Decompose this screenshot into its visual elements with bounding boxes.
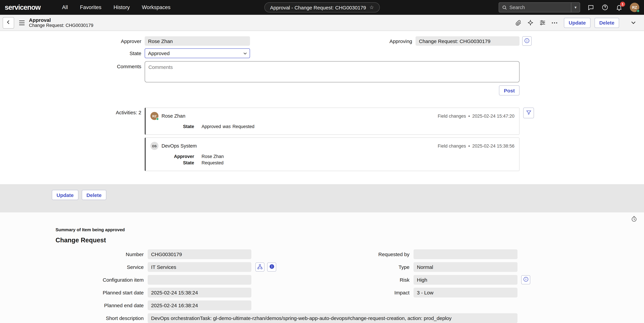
type-field: Normal bbox=[414, 262, 518, 272]
activity-entry: DS DevOps System Field changes • 2025-02… bbox=[145, 137, 520, 171]
help-icon[interactable] bbox=[602, 4, 608, 11]
changed-field-name: State bbox=[150, 123, 194, 130]
summary-title: Change Request bbox=[56, 237, 644, 244]
top-header: servicenow All Favorites History Workspa… bbox=[0, 0, 644, 15]
favorite-star-icon[interactable]: ☆ bbox=[370, 4, 374, 10]
search-input[interactable] bbox=[510, 5, 571, 10]
approving-preview-button[interactable] bbox=[522, 36, 532, 46]
planned-end-date-field: 2025-02-24 16:38:24 bbox=[148, 301, 251, 310]
servicenow-logo[interactable]: servicenow bbox=[5, 3, 40, 11]
activity-timestamp: 2025-02-24 15:38:56 bbox=[472, 143, 514, 148]
state-label: State bbox=[0, 50, 141, 56]
activity-meta: Field changes • 2025-02-24 15:38:56 bbox=[438, 143, 514, 148]
number-field: CHG0030179 bbox=[148, 249, 251, 259]
servicenow-app: servicenow All Favorites History Workspa… bbox=[0, 0, 644, 323]
personalize-form-sliders-icon[interactable] bbox=[537, 18, 548, 28]
nav-workspaces[interactable]: Workspaces bbox=[142, 4, 170, 10]
update-button[interactable]: Update bbox=[564, 18, 590, 28]
service-field: IT Services bbox=[148, 262, 251, 272]
context-pill[interactable]: Approval - Change Request: CHG0030179 ☆ bbox=[264, 2, 380, 12]
approving-field: Change Request: CHG0030179 bbox=[416, 36, 520, 46]
record-title: Approval bbox=[29, 17, 93, 23]
changed-field-value: Rose Zhan bbox=[202, 153, 224, 160]
chat-icon[interactable] bbox=[588, 4, 594, 11]
requested-by-field bbox=[414, 249, 518, 259]
activity-avatar: DS bbox=[150, 142, 158, 150]
form-footer-actions: Update Delete bbox=[0, 184, 644, 212]
approved-item-summary: Summary of Item being approved Change Re… bbox=[0, 212, 644, 323]
changed-field-value: ApprovedwasRequested bbox=[202, 123, 254, 130]
form-timer-clock-icon[interactable] bbox=[631, 216, 637, 222]
scroll-down-icon[interactable] bbox=[628, 18, 638, 28]
nav-favorites[interactable]: Favorites bbox=[80, 4, 102, 10]
impact-field: 3 - Low bbox=[414, 288, 518, 298]
header-actions: ▾ 1 RZ bbox=[499, 2, 639, 12]
attachment-paperclip-icon[interactable] bbox=[513, 18, 524, 28]
changed-field-value: Requested bbox=[202, 160, 224, 166]
presence-indicator bbox=[156, 118, 159, 120]
dependency-map-icon bbox=[257, 264, 263, 270]
configuration-item-label: Configuration item bbox=[0, 277, 144, 283]
changed-field-name: Approver bbox=[150, 153, 194, 160]
delete-button[interactable]: Delete bbox=[594, 18, 619, 28]
nav-all[interactable]: All bbox=[62, 4, 68, 10]
service-dependency-view-button[interactable] bbox=[256, 263, 264, 272]
context-menu-icon[interactable] bbox=[19, 20, 25, 25]
state-select[interactable]: Approved bbox=[145, 48, 250, 58]
risk-label: Risk bbox=[356, 277, 410, 283]
changed-field-name: State bbox=[150, 160, 194, 166]
chevron-left-icon bbox=[6, 19, 11, 26]
activities-count-label: Activities: 2 bbox=[0, 108, 141, 115]
info-circle-icon bbox=[524, 37, 530, 44]
planned-end-date-label: Planned end date bbox=[0, 303, 144, 308]
activity-meta: Field changes • 2025-02-24 15:47:20 bbox=[438, 113, 514, 118]
notifications-bell-icon[interactable]: 1 bbox=[616, 4, 622, 11]
approver-field: Rose Zhan bbox=[145, 36, 250, 46]
approving-label: Approving bbox=[362, 38, 412, 44]
record-toolbar: Approval Change Request: CHG0030179 ⋯ Up… bbox=[0, 15, 644, 31]
update-button-bottom[interactable]: Update bbox=[52, 190, 78, 200]
nav-history[interactable]: History bbox=[114, 4, 130, 10]
impact-label: Impact bbox=[356, 290, 410, 296]
comments-textarea[interactable] bbox=[145, 61, 520, 82]
back-button[interactable] bbox=[3, 17, 14, 28]
post-button[interactable]: Post bbox=[499, 85, 520, 95]
activity-author: DevOps System bbox=[162, 143, 197, 149]
activity-filter-button[interactable] bbox=[523, 108, 534, 118]
info-circle-filled-icon bbox=[269, 264, 275, 271]
activity-author: Rose Zhan bbox=[162, 113, 186, 119]
presence-indicator bbox=[636, 9, 640, 12]
number-label: Number bbox=[0, 251, 144, 257]
planned-start-date-label: Planned start date bbox=[0, 290, 144, 296]
search-scope-caret-icon[interactable]: ▾ bbox=[571, 3, 580, 12]
requested-by-label: Requested by bbox=[356, 251, 410, 257]
record-title-block: Approval Change Request: CHG0030179 bbox=[29, 17, 93, 28]
service-preview-button[interactable] bbox=[267, 263, 276, 272]
ai-spark-icon[interactable] bbox=[525, 18, 536, 28]
activity-entry: RZ Rose Zhan Field changes • 2025-02-24 … bbox=[145, 108, 520, 135]
comments-label: Comments bbox=[0, 61, 141, 69]
avatar-initials: RZ bbox=[632, 5, 637, 9]
risk-field: High bbox=[414, 275, 518, 285]
global-nav: All Favorites History Workspaces bbox=[62, 4, 170, 10]
delete-button-bottom[interactable]: Delete bbox=[82, 190, 106, 200]
approval-form: Approver Rose Zhan Approving Change Requ… bbox=[0, 31, 644, 184]
toolbar-actions: ⋯ Update Delete bbox=[513, 18, 638, 28]
risk-info-button[interactable] bbox=[521, 275, 530, 284]
search-box: ▾ bbox=[499, 2, 580, 12]
short-description-label: Short description bbox=[0, 315, 144, 321]
search-icon bbox=[502, 5, 507, 10]
planned-start-date-field: 2025-02-24 15:38:24 bbox=[148, 288, 251, 298]
user-avatar[interactable]: RZ bbox=[630, 3, 639, 12]
service-label: Service bbox=[0, 264, 144, 270]
activity-timestamp: 2025-02-24 15:47:20 bbox=[472, 113, 514, 118]
summary-caption: Summary of Item being approved bbox=[56, 227, 644, 232]
activity-avatar: RZ bbox=[150, 112, 158, 120]
context-pill-label: Approval - Change Request: CHG0030179 bbox=[270, 4, 366, 10]
type-label: Type bbox=[356, 264, 410, 270]
activity-stream: RZ Rose Zhan Field changes • 2025-02-24 … bbox=[145, 108, 520, 174]
short-description-field: DevOps orchestrationTask: gl-demo-ultima… bbox=[148, 313, 518, 323]
more-options-button[interactable]: ⋯ bbox=[549, 18, 560, 28]
info-circle-icon bbox=[523, 276, 529, 283]
approver-label: Approver bbox=[0, 38, 141, 44]
